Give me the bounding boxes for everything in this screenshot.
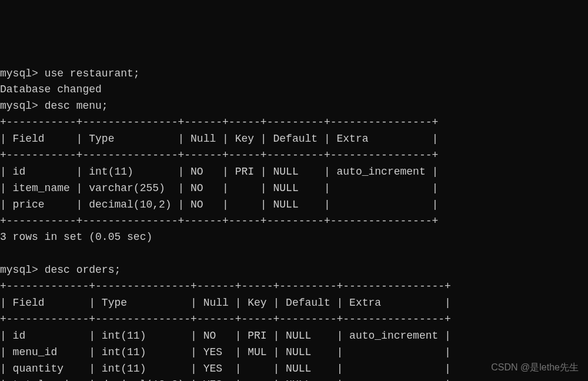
command-desc-orders: desc orders; [45, 264, 121, 276]
table-row: | id | int(11) | NO | PRI | NULL | auto_… [0, 330, 451, 342]
table-row: | price | decimal(10,2) | NO | | NULL | … [0, 199, 438, 210]
command-use: use restaurant; [45, 68, 140, 79]
table-row: | item_name | varchar(255) | NO | | NULL… [0, 182, 438, 194]
command-desc-menu: desc menu; [45, 100, 108, 112]
table-row: | id | int(11) | NO | PRI | NULL | auto_… [0, 166, 438, 178]
table-border: +-----------+---------------+------+----… [0, 149, 438, 161]
table-row: | quantity | int(11) | YES | | NULL | | [0, 363, 451, 375]
prompt: mysql> [0, 264, 38, 276]
table-header: | Field | Type | Null | Key | Default | … [0, 297, 451, 309]
table-border: +-----------+---------------+------+----… [0, 116, 438, 128]
response-db-changed: Database changed [0, 83, 102, 95]
prompt: mysql> [0, 100, 38, 112]
table-row: | total_price | decimal(10,2) | YES | | … [0, 379, 451, 381]
table-row: | menu_id | int(11) | YES | MUL | NULL |… [0, 346, 451, 358]
result-summary: 3 rows in set (0.05 sec) [0, 231, 152, 243]
terminal-output: mysql> use restaurant; Database changed … [0, 66, 588, 381]
table-border: +-------------+---------------+------+--… [0, 313, 451, 325]
watermark: CSDN @是lethe先生 [491, 360, 579, 375]
table-header: | Field | Type | Null | Key | Default | … [0, 133, 438, 145]
table-border: +-------------+---------------+------+--… [0, 280, 451, 292]
prompt: mysql> [0, 68, 38, 79]
table-border: +-----------+---------------+------+----… [0, 215, 438, 227]
